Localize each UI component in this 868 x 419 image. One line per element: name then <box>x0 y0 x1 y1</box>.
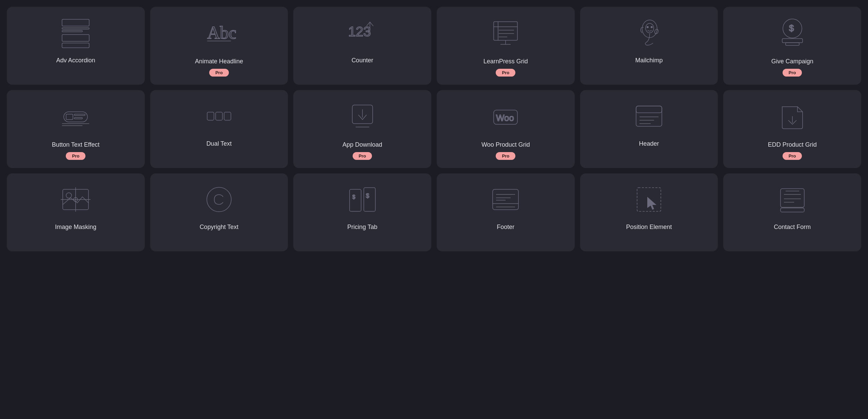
svg-rect-53 <box>364 188 375 211</box>
button-text-effect-icon <box>12 97 139 137</box>
card-image-masking[interactable]: Image Masking <box>7 173 145 251</box>
svg-rect-56 <box>493 189 518 210</box>
woo-product-grid-label: Woo Product Grid <box>481 141 530 149</box>
card-button-text-effect[interactable]: Button Text EffectPro <box>7 90 145 168</box>
edd-product-grid-pro-badge[interactable]: Pro <box>783 152 802 160</box>
app-download-icon <box>299 97 426 137</box>
card-dual-text[interactable]: Dual Text <box>150 90 288 168</box>
svg-text:$: $ <box>352 194 355 200</box>
animate-headline-pro-badge[interactable]: Pro <box>209 69 229 77</box>
svg-rect-28 <box>74 114 85 116</box>
svg-point-18 <box>646 23 654 33</box>
give-campaign-pro-badge[interactable]: Pro <box>783 69 802 77</box>
mailchimp-icon <box>586 14 713 53</box>
learnpress-grid-icon <box>442 14 569 54</box>
svg-rect-33 <box>216 112 222 120</box>
footer-label: Footer <box>497 223 514 231</box>
card-woo-product-grid[interactable]: Woo Woo Product GridPro <box>437 90 575 168</box>
svg-rect-3 <box>62 35 89 41</box>
widget-grid: Adv Accordion Abc Animate HeadlinePro 12… <box>7 7 861 251</box>
svg-text:$: $ <box>366 192 369 199</box>
image-masking-label: Image Masking <box>55 223 96 231</box>
edd-product-grid-icon <box>729 97 856 137</box>
header-icon <box>586 97 713 136</box>
button-text-effect-label: Button Text Effect <box>52 141 99 149</box>
copyright-text-label: Copyright Text <box>200 223 239 231</box>
dual-text-icon <box>156 97 283 136</box>
card-give-campaign[interactable]: $ Give CampaignPro <box>723 7 861 85</box>
svg-rect-34 <box>224 112 231 120</box>
svg-rect-4 <box>62 43 89 48</box>
card-learnpress-grid[interactable]: LearnPress GridPro <box>437 7 575 85</box>
give-campaign-label: Give Campaign <box>771 58 813 65</box>
learnpress-grid-label: LearnPress Grid <box>484 58 528 65</box>
svg-rect-32 <box>207 112 214 120</box>
contact-form-label: Contact Form <box>774 223 811 231</box>
svg-rect-29 <box>74 118 82 119</box>
position-element-label: Position Element <box>626 223 672 231</box>
svg-rect-24 <box>782 39 803 43</box>
app-download-pro-badge[interactable]: Pro <box>353 152 372 160</box>
svg-point-47 <box>66 193 72 198</box>
card-position-element[interactable]: Position Element <box>580 173 718 251</box>
adv-accordion-label: Adv Accordion <box>56 57 95 64</box>
svg-text:Woo: Woo <box>496 113 514 123</box>
svg-rect-9 <box>494 22 517 40</box>
card-footer[interactable]: Footer <box>437 173 575 251</box>
svg-rect-63 <box>781 189 804 207</box>
edd-product-grid-label: EDD Product Grid <box>768 141 817 149</box>
animate-headline-icon: Abc <box>156 14 283 54</box>
contact-form-icon <box>729 180 856 219</box>
svg-text:$: $ <box>789 23 794 33</box>
svg-rect-41 <box>636 106 662 113</box>
button-text-effect-pro-badge[interactable]: Pro <box>66 152 85 160</box>
svg-text:123: 123 <box>348 24 371 39</box>
learnpress-grid-pro-badge[interactable]: Pro <box>496 69 515 77</box>
app-download-label: App Download <box>342 141 382 149</box>
svg-rect-40 <box>636 106 662 126</box>
svg-rect-2 <box>62 30 82 32</box>
dual-text-label: Dual Text <box>206 140 232 148</box>
svg-point-51 <box>207 187 231 212</box>
svg-point-20 <box>651 26 653 28</box>
woo-product-grid-pro-badge[interactable]: Pro <box>496 152 515 160</box>
card-header[interactable]: Header <box>580 90 718 168</box>
svg-rect-67 <box>781 208 804 212</box>
svg-rect-26 <box>64 112 87 122</box>
card-animate-headline[interactable]: Abc Animate HeadlinePro <box>150 7 288 85</box>
card-contact-form[interactable]: Contact Form <box>723 173 861 251</box>
svg-rect-0 <box>62 19 89 26</box>
svg-rect-1 <box>62 28 89 29</box>
card-adv-accordion[interactable]: Adv Accordion <box>7 7 145 85</box>
card-pricing-tab[interactable]: $ $ Pricing Tab <box>293 173 431 251</box>
mailchimp-label: Mailchimp <box>635 57 663 64</box>
svg-text:Abc: Abc <box>207 23 236 42</box>
svg-point-21 <box>654 29 659 35</box>
give-campaign-icon: $ <box>729 14 856 54</box>
adv-accordion-icon <box>12 14 139 53</box>
counter-icon: 123 <box>299 14 426 53</box>
counter-label: Counter <box>352 57 373 64</box>
pricing-tab-label: Pricing Tab <box>347 223 377 231</box>
svg-rect-27 <box>66 114 73 120</box>
card-app-download[interactable]: App DownloadPro <box>293 90 431 168</box>
animate-headline-label: Animate Headline <box>195 58 243 65</box>
card-copyright-text[interactable]: Copyright Text <box>150 173 288 251</box>
header-label: Header <box>639 140 659 148</box>
card-mailchimp[interactable]: Mailchimp <box>580 7 718 85</box>
footer-icon <box>442 180 569 219</box>
svg-rect-52 <box>350 189 361 211</box>
woo-product-grid-icon: Woo <box>442 97 569 137</box>
copyright-text-icon <box>156 180 283 219</box>
card-edd-product-grid[interactable]: EDD Product GridPro <box>723 90 861 168</box>
position-element-icon <box>586 180 713 219</box>
svg-point-19 <box>647 26 649 28</box>
pricing-tab-icon: $ $ <box>299 180 426 219</box>
svg-rect-25 <box>786 43 799 45</box>
image-masking-icon <box>12 180 139 219</box>
card-counter[interactable]: 123 Counter <box>293 7 431 85</box>
